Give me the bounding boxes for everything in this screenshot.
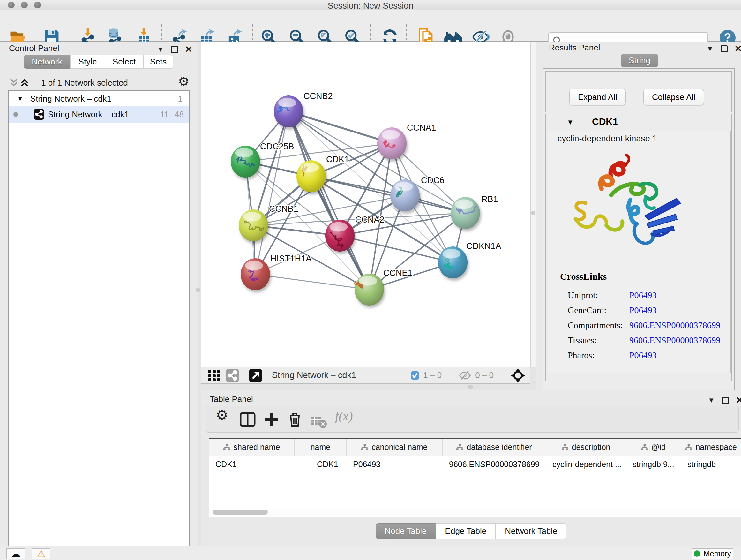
panel-float-icon[interactable] bbox=[721, 45, 728, 52]
network-options-gear-icon[interactable]: ⚙ bbox=[178, 74, 190, 89]
crosslink-link[interactable]: P06493 bbox=[629, 350, 657, 361]
network-edge[interactable] bbox=[340, 236, 453, 262]
tab-network[interactable]: Network bbox=[23, 55, 70, 69]
panel-close-icon[interactable]: ✕ bbox=[735, 44, 741, 54]
cell-description[interactable]: cyclin-dependent ... bbox=[546, 460, 626, 469]
node-label-CCNE1: CCNE1 bbox=[383, 268, 413, 278]
tab-edge-table[interactable]: Edge Table bbox=[436, 523, 496, 539]
hierarchy-icon bbox=[641, 444, 648, 451]
hierarchy-icon bbox=[361, 444, 368, 451]
show-columns-icon[interactable] bbox=[239, 411, 256, 428]
cell-shared-name[interactable]: CDK1 bbox=[209, 460, 294, 469]
window-title: Session: New Session bbox=[0, 1, 741, 11]
crosslink-link[interactable]: 9606.ENSP00000378699 bbox=[629, 320, 720, 330]
column-header[interactable]: @id bbox=[626, 439, 681, 455]
network-view-canvas[interactable]: CCNB2CCNA1CDC25BCDK1CDC6RB1CCNB1CCNA2CDK… bbox=[201, 42, 530, 367]
expand-all-button[interactable]: Expand All bbox=[569, 89, 626, 105]
tab-sets[interactable]: Sets bbox=[143, 55, 173, 69]
column-label: database identifier bbox=[467, 442, 532, 452]
grid-view-icon[interactable] bbox=[207, 369, 221, 382]
gene-description: cyclin-dependent kinase 1 bbox=[557, 134, 657, 144]
add-column-icon[interactable] bbox=[263, 411, 280, 428]
scrollbar-thumb[interactable] bbox=[213, 509, 268, 515]
network-label: String Network – cdk1 bbox=[48, 110, 129, 119]
crosslink-link[interactable]: P06493 bbox=[629, 290, 657, 300]
network-node-CDKN1A[interactable]: CDKN1A bbox=[438, 241, 501, 281]
network-node-CCNA1[interactable]: CCNA1 bbox=[377, 123, 436, 162]
horizontal-splitter-handle[interactable] bbox=[468, 385, 473, 389]
network-edge[interactable] bbox=[255, 274, 369, 290]
vertical-splitter-handle[interactable] bbox=[531, 211, 536, 215]
tab-node-table[interactable]: Node Table bbox=[376, 523, 436, 539]
crosslink-label: GeneCard: bbox=[568, 305, 606, 315]
node-label-CDC25B: CDC25B bbox=[260, 142, 294, 151]
column-header[interactable]: namespace bbox=[681, 439, 741, 455]
network-collection-row[interactable]: ▼ String Network – cdk1 1 bbox=[9, 91, 189, 106]
table-options-gear-icon[interactable]: ⚙ bbox=[216, 407, 232, 423]
tab-network-table[interactable]: Network Table bbox=[495, 523, 566, 539]
delete-column-icon[interactable] bbox=[286, 411, 303, 428]
network-node-RB1[interactable]: RB1 bbox=[451, 194, 498, 231]
node-label-CDKN1A: CDKN1A bbox=[466, 241, 501, 251]
column-label: namespace bbox=[695, 442, 737, 452]
network-node-CDC25B[interactable]: CDC25B bbox=[231, 142, 294, 180]
column-header[interactable]: database identifier bbox=[443, 439, 546, 455]
column-header[interactable]: canonical name bbox=[347, 439, 443, 455]
delete-table-icon[interactable] bbox=[311, 414, 327, 430]
selected-checkbox-icon[interactable] bbox=[410, 371, 419, 380]
panel-menu-icon[interactable]: ▼ bbox=[157, 45, 164, 54]
gene-collapse-icon[interactable]: ▼ bbox=[567, 118, 574, 126]
network-node-CCNE1[interactable]: CCNE1 bbox=[354, 268, 413, 308]
left-splitter-handle[interactable] bbox=[196, 288, 200, 292]
string-results-card: Expand All Collapse All ▼ CDK1 cyclin-de… bbox=[542, 68, 735, 423]
panel-menu-icon[interactable]: ▼ bbox=[706, 45, 714, 53]
table-horizontal-scrollbar[interactable] bbox=[209, 509, 741, 516]
tab-string[interactable]: String bbox=[621, 54, 658, 67]
collection-label: String Network – cdk1 bbox=[30, 94, 111, 104]
panel-close-icon[interactable]: ✕ bbox=[736, 395, 741, 406]
horizontal-splitter[interactable] bbox=[201, 384, 530, 390]
panel-float-icon[interactable] bbox=[722, 397, 729, 404]
cell-database-identifier[interactable]: 9606.ENSP00000378699 bbox=[443, 460, 546, 469]
string-network-icon bbox=[33, 109, 45, 120]
collapse-all-button[interactable]: Collapse All bbox=[643, 89, 704, 105]
tab-select[interactable]: Select bbox=[105, 55, 143, 69]
warnings-button[interactable]: ⚠ bbox=[32, 548, 51, 559]
network-node-CCNB2[interactable]: CCNB2 bbox=[274, 91, 333, 130]
crosslink-link[interactable]: 9606.ENSP00000378699 bbox=[629, 335, 720, 346]
panel-close-icon[interactable]: ✕ bbox=[185, 44, 192, 55]
collection-expand-icon[interactable]: ▼ bbox=[17, 95, 23, 103]
cloud-button[interactable]: ☁ bbox=[6, 548, 25, 559]
panel-float-icon[interactable] bbox=[171, 46, 178, 53]
function-builder-icon[interactable]: f(x) bbox=[335, 409, 352, 425]
hidden-eye-icon[interactable] bbox=[459, 370, 471, 381]
memory-button[interactable]: Memory bbox=[691, 548, 733, 559]
string-network-graph[interactable]: CCNB2CCNA1CDC25BCDK1CDC6RB1CCNB1CCNA2CDK… bbox=[201, 42, 531, 367]
cell-id[interactable]: stringdb:9... bbox=[626, 460, 681, 469]
network-node-HIST1H1A[interactable]: HIST1H1A bbox=[241, 254, 312, 293]
vertical-splitter[interactable] bbox=[530, 42, 536, 367]
crosslink-link[interactable]: P06493 bbox=[629, 305, 657, 315]
table-row[interactable]: CDK1 CDK1 P06493 9606.ENSP00000378699 cy… bbox=[209, 456, 741, 473]
tab-style[interactable]: Style bbox=[70, 55, 105, 69]
network-edge[interactable] bbox=[255, 111, 288, 274]
column-header[interactable]: name bbox=[294, 439, 347, 455]
cell-canonical-name[interactable]: P06493 bbox=[347, 460, 443, 469]
control-panel-tabs: NetworkStyleSelectSets bbox=[23, 55, 173, 69]
node-label-CDC6: CDC6 bbox=[421, 176, 445, 185]
network-node-CDC6[interactable]: CDC6 bbox=[390, 176, 445, 213]
birdseye-view-icon[interactable] bbox=[249, 368, 263, 382]
hidden-counts: 0 – 0 bbox=[475, 370, 494, 380]
cell-name[interactable]: CDK1 bbox=[294, 460, 347, 469]
column-header[interactable]: description bbox=[546, 439, 626, 455]
panel-menu-icon[interactable]: ▼ bbox=[708, 396, 715, 405]
node-table[interactable]: shared name name canonical name database… bbox=[209, 438, 741, 517]
cell-namespace[interactable]: stringdb bbox=[681, 460, 741, 469]
column-header[interactable]: shared name bbox=[209, 439, 294, 455]
network-row-selected[interactable]: String Network – cdk1 11 48 bbox=[9, 106, 189, 123]
network-node-CDK1[interactable]: CDK1 bbox=[296, 154, 349, 194]
network-current-dot-icon bbox=[13, 112, 18, 117]
selected-counts: 1 – 0 bbox=[423, 370, 442, 380]
fit-content-crosshair-icon[interactable] bbox=[511, 368, 525, 383]
network-thumbnail-icon[interactable] bbox=[225, 368, 239, 382]
